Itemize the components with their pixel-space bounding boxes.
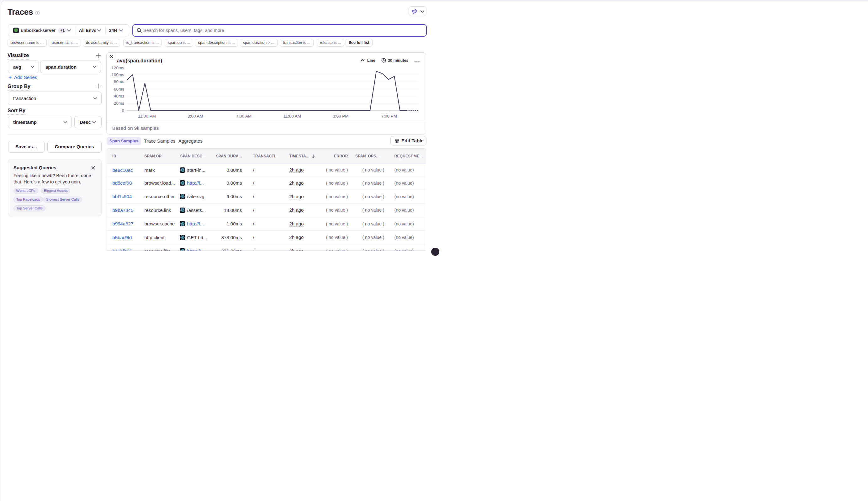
svg-text:3:00 PM: 3:00 PM bbox=[333, 114, 348, 118]
svg-text:7:00 PM: 7:00 PM bbox=[381, 114, 397, 118]
svg-text:3:00 AM: 3:00 AM bbox=[188, 114, 203, 118]
svg-text:120ms: 120ms bbox=[111, 65, 124, 70]
svg-text:40ms: 40ms bbox=[114, 94, 124, 98]
svg-text:11:00 PM: 11:00 PM bbox=[138, 114, 156, 118]
svg-text:0: 0 bbox=[122, 108, 124, 113]
svg-text:100ms: 100ms bbox=[111, 72, 124, 77]
svg-text:60ms: 60ms bbox=[114, 86, 124, 91]
svg-text:11:00 AM: 11:00 AM bbox=[284, 114, 301, 118]
svg-text:20ms: 20ms bbox=[114, 101, 124, 106]
svg-text:80ms: 80ms bbox=[114, 79, 124, 84]
svg-text:7:00 AM: 7:00 AM bbox=[236, 114, 252, 118]
